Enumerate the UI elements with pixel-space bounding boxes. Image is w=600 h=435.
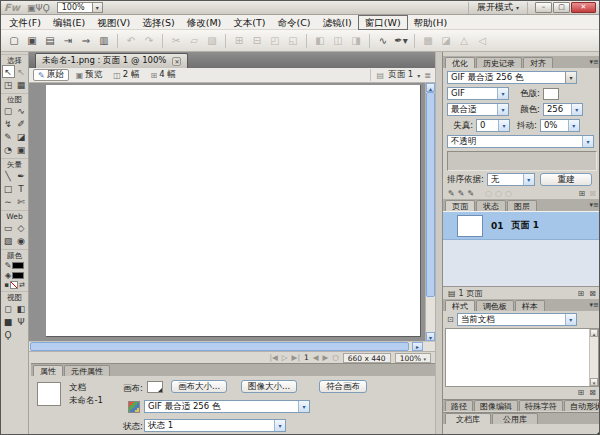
zoom-select[interactable]: 100% ▾ [57,2,103,13]
no-color-button[interactable] [10,281,18,289]
vertical-scrollbar[interactable]: ▴ ▾ [425,83,435,341]
colors-dropdown[interactable]: 256 ▾ [543,103,583,116]
styles-source-dropdown[interactable]: 当前文档 ▾ [457,313,577,326]
subselection-tool[interactable]: ↖ [15,65,28,78]
stroke-color-well[interactable] [12,262,24,269]
current-state[interactable]: 1 [304,353,309,362]
optimize-panel-tab[interactable]: 对齐 [523,57,553,68]
canvas-size-button[interactable]: 画布大小... [171,380,227,393]
canvas[interactable] [46,85,421,337]
new-style-icon[interactable]: ⊞ [578,388,585,397]
canvas-color-swatch[interactable] [147,381,163,393]
lasso-tool[interactable]: ∿ [15,104,28,117]
stop-icon[interactable]: ○ [332,353,339,362]
properties-tab[interactable]: 属性 [33,365,63,376]
standard-screen-tool[interactable]: ◻ [2,302,15,315]
two-up-button[interactable]: ◫ 2 幅 [109,69,143,81]
scroll-up-icon[interactable]: ▴ [426,83,435,92]
align-center-icon[interactable]: ◫ [330,33,346,49]
color-table[interactable] [447,151,597,171]
play-icon[interactable]: ▷ [282,353,288,362]
sort-by-dropdown[interactable]: 无 ▾ [487,173,535,186]
state-dropdown[interactable]: 状态 1 ▾ [144,419,286,432]
scroll-down-icon[interactable]: ▾ [426,332,435,341]
page-row[interactable]: 01 页面 1 [443,212,600,240]
group-icon[interactable]: ⊞ [231,33,247,49]
panel-menu-icon[interactable]: ▾≡ [590,58,599,66]
styles-panel-tab[interactable]: 样本 [515,300,545,311]
page-selector[interactable]: 页面 1 [388,69,413,81]
pencil-tool[interactable]: ✎ [2,130,15,143]
expand-mode-button[interactable]: 展开模式 ▾ [468,2,528,14]
rubber-stamp-tool[interactable]: ▣ [15,143,28,156]
styles-panel-tab[interactable]: 调色板 [476,300,514,311]
first-state-icon[interactable]: |◀ [270,353,278,362]
magnify-icon[interactable]: Ϙ [43,3,50,13]
stroke-options-icon[interactable]: ✒▾ [393,33,409,49]
horizontal-scroll-thumb[interactable] [30,342,409,351]
separator[interactable] [369,34,370,48]
magic-wand-tool[interactable]: ↯ [2,117,15,130]
styles-scrollbar[interactable]: ▴ ▾ [589,329,598,386]
hand-tool[interactable]: Ψ [15,315,28,328]
original-button[interactable]: ✎ 原始 [33,69,69,81]
align-left-icon[interactable]: ◧ [312,33,328,49]
last-state-icon[interactable]: ▶| [292,353,300,362]
styles-panel-tab[interactable]: 样式 [445,300,475,311]
default-colors-button[interactable]: ▪ [4,281,9,289]
fill-color-well[interactable] [12,272,24,279]
cut-icon[interactable]: ✂ [168,33,184,49]
document-tab[interactable]: 未命名-1.png : 页面 1 @ 100% ✕ [35,53,188,68]
print-icon[interactable]: ▥ [96,33,112,49]
blur-tool[interactable]: ◔ [2,143,15,156]
flip-horizontal-icon[interactable]: ◁ [474,33,490,49]
pages-panel-tab[interactable]: 图层 [507,200,537,211]
scroll-down-icon[interactable]: ▾ [590,378,598,386]
delete-page-icon[interactable]: ⊠ [589,289,596,298]
polygon-hotspot-tool[interactable]: ◇ [15,221,28,234]
saved-settings-dropdown[interactable]: GIF 最合适 256 色 ▾ [447,71,577,84]
pages-panel-tab[interactable]: 状态 [476,200,506,211]
swap-colors-button[interactable]: ⇄ [19,281,25,289]
hide-slices-tool[interactable]: ◉ [15,234,28,247]
screen-preview-icon[interactable]: ▣ [27,3,36,13]
loss-dropdown[interactable]: 0 ▾ [476,119,510,132]
paste-inside-icon[interactable]: ▩ [420,33,436,49]
fit-canvas-button[interactable]: 符合画布 [319,380,367,393]
paste-icon[interactable]: ▨ [204,33,220,49]
flip-vertical-icon[interactable]: △ [456,33,472,49]
menu-item[interactable]: 选择(S) [136,16,180,29]
minimize-button[interactable]: – [535,2,552,13]
menu-item[interactable]: 编辑(E) [47,16,91,29]
optimize-panel-tab[interactable]: 历史记录 [476,57,522,68]
knife-tool[interactable]: ✄ [15,195,28,208]
pointer-tool[interactable]: ↖ [2,65,15,78]
library-panel-tab[interactable]: 公用库 [492,413,538,424]
redo-icon[interactable]: ↷ [141,33,157,49]
collapsed-panel-tab[interactable]: 路径 [445,400,473,411]
copy-icon[interactable]: ▱ [186,33,202,49]
styles-list[interactable]: ▴ ▾ [445,328,599,387]
image-size-button[interactable]: 图像大小... [241,380,297,393]
add-transparency-icon[interactable]: ✎ [458,189,465,198]
hotspot-tool[interactable]: ▭ [2,221,15,234]
marquee-tool[interactable]: ▢ [2,104,15,117]
export-format-dropdown[interactable]: GIF ▾ [447,87,509,100]
scroll-right-icon[interactable]: ▸ [412,342,423,351]
brush-tool[interactable]: ✐ [15,117,28,130]
menu-item[interactable]: 命令(C) [272,16,317,29]
add-transparency-icon[interactable]: ✎ [448,189,455,198]
vertical-scroll-thumb[interactable] [426,92,435,297]
maximize-button[interactable]: ▢ [553,2,570,13]
rebuild-button[interactable]: 重建 [540,173,592,186]
freeform-tool[interactable]: ∼ [2,195,15,208]
library-panel-tab[interactable]: 文档库 [445,413,491,424]
separator[interactable] [225,34,226,48]
palette-dropdown[interactable]: 最合适 ▾ [447,103,509,116]
panel-menu-icon[interactable]: ▾≡ [590,201,599,209]
send-to-back-icon[interactable]: ◱ [285,33,301,49]
preview-button[interactable]: ▣ 预览 [72,69,107,81]
crop-tool[interactable]: ▦ [15,78,28,91]
properties-tab[interactable]: 元件属性 [64,365,110,376]
separator[interactable] [117,34,118,48]
